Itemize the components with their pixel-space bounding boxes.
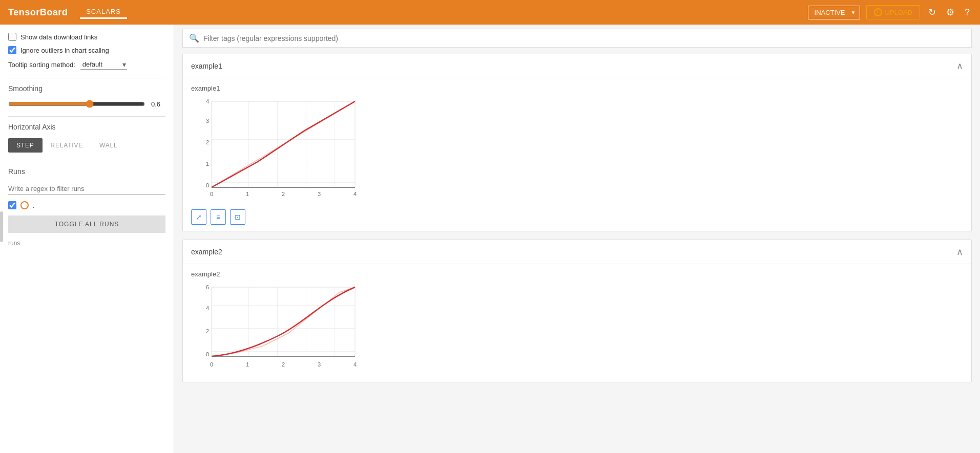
svg-text:1: 1 xyxy=(246,361,249,368)
chart2-svg-container: 0 2 4 6 0 1 2 3 4 xyxy=(191,282,365,376)
run-dot-icon xyxy=(20,201,29,209)
svg-text:2: 2 xyxy=(282,191,285,197)
panel1-header: example1 ∧ xyxy=(183,54,971,78)
sidebar: Show data download links Ignore outliers… xyxy=(0,25,174,453)
ignore-outliers-label: Ignore outliers in chart scaling xyxy=(20,47,109,54)
chart1-svg-container: 0 1 2 3 4 0 1 2 3 4 xyxy=(191,96,365,205)
header: TensorBoard SCALARS INACTIVE ! UPLOAD ↻ … xyxy=(0,0,980,25)
upload-button[interactable]: ! UPLOAD xyxy=(866,5,920,19)
ignore-outliers-checkbox[interactable] xyxy=(8,46,16,54)
data-table-icon: ≡ xyxy=(216,213,220,221)
panel-example1: example1 ∧ example1 xyxy=(182,54,972,231)
chart2-wrapper: example2 0 xyxy=(191,270,963,376)
scroll-indicator xyxy=(0,211,3,242)
content-area: 🔍 example1 ∧ example1 xyxy=(174,25,980,453)
svg-text:0: 0 xyxy=(206,351,209,357)
runs-footer-label: runs xyxy=(8,240,20,247)
logo: TensorBoard xyxy=(8,7,68,18)
status-dropdown-wrapper: INACTIVE xyxy=(808,6,860,19)
toggle-all-runs-button[interactable]: TOGGLE ALL RUNS xyxy=(8,215,165,233)
axis-buttons: STEP RELATIVE WALL xyxy=(8,138,165,153)
svg-text:3: 3 xyxy=(318,191,321,197)
runs-filter-input[interactable] xyxy=(8,183,165,195)
panel2-collapse-button[interactable]: ∧ xyxy=(956,246,963,257)
chart1-fit-button[interactable]: ⊡ xyxy=(230,209,245,225)
svg-text:3: 3 xyxy=(206,118,209,124)
search-icon: 🔍 xyxy=(189,33,199,43)
runs-title: Runs xyxy=(8,167,165,176)
run-checkbox[interactable] xyxy=(8,201,16,209)
tooltip-sorting-row: Tooltip sorting method: default ascendin… xyxy=(8,59,165,70)
smoothing-slider[interactable] xyxy=(8,100,145,108)
panel1-collapse-button[interactable]: ∧ xyxy=(956,60,963,72)
filter-input[interactable] xyxy=(203,34,965,42)
svg-text:4: 4 xyxy=(353,191,357,197)
axis-relative-button[interactable]: RELATIVE xyxy=(43,138,92,153)
show-download-checkbox-row[interactable]: Show data download links xyxy=(8,33,165,41)
upload-icon: ! xyxy=(874,8,882,16)
svg-text:2: 2 xyxy=(206,139,209,145)
settings-button[interactable]: ⚙ xyxy=(944,5,956,20)
tooltip-sorting-label: Tooltip sorting method: xyxy=(8,61,75,69)
svg-text:1: 1 xyxy=(206,161,209,167)
smoothing-title: Smoothing xyxy=(8,84,165,93)
expand-icon: ⤢ xyxy=(196,213,202,221)
svg-text:0: 0 xyxy=(210,191,213,197)
runs-section: Runs . TOGGLE ALL RUNS runs xyxy=(8,167,165,247)
chart1-svg: 0 1 2 3 4 0 1 2 3 4 xyxy=(191,96,365,204)
chart1-actions: ⤢ ≡ ⊡ xyxy=(191,209,245,225)
help-button[interactable]: ? xyxy=(963,5,972,20)
svg-text:0: 0 xyxy=(206,182,209,188)
show-download-label: Show data download links xyxy=(20,33,97,41)
svg-text:2: 2 xyxy=(282,361,285,368)
panel2-header: example2 ∧ xyxy=(183,240,971,264)
smoothing-value: 0.6 xyxy=(151,100,165,108)
ignore-outliers-checkbox-row[interactable]: Ignore outliers in chart scaling xyxy=(8,46,165,54)
svg-text:0: 0 xyxy=(210,361,213,368)
run-name: . xyxy=(33,202,35,209)
chart2-svg: 0 2 4 6 0 1 2 3 4 xyxy=(191,282,365,374)
main-layout: Show data download links Ignore outliers… xyxy=(0,25,980,453)
svg-text:4: 4 xyxy=(206,98,209,104)
refresh-button[interactable]: ↻ xyxy=(926,5,938,20)
smoothing-section: Smoothing 0.6 xyxy=(8,84,165,117)
show-download-checkbox[interactable] xyxy=(8,33,16,41)
tooltip-select-wrapper: default ascending descending nearest xyxy=(80,59,127,70)
header-controls: INACTIVE ! UPLOAD ↻ ⚙ ? xyxy=(808,5,972,20)
svg-text:2: 2 xyxy=(206,328,209,334)
panel1-body: example1 xyxy=(183,78,971,231)
chart1-title: example1 xyxy=(191,84,220,92)
chart1-data-button[interactable]: ≡ xyxy=(211,209,226,225)
svg-text:6: 6 xyxy=(206,284,209,290)
status-dropdown[interactable]: INACTIVE xyxy=(808,6,860,19)
chart2-title: example2 xyxy=(191,270,220,278)
svg-text:1: 1 xyxy=(246,191,249,197)
axis-wall-button[interactable]: WALL xyxy=(91,138,126,153)
nav-item-scalars[interactable]: SCALARS xyxy=(80,6,127,19)
tooltip-select[interactable]: default ascending descending nearest xyxy=(80,59,127,70)
panel-example2: example2 ∧ example2 xyxy=(182,240,972,382)
svg-text:4: 4 xyxy=(206,305,209,311)
chart1-wrapper: example1 xyxy=(191,84,963,225)
filter-bar: 🔍 xyxy=(182,29,972,48)
panel1-title: example1 xyxy=(191,62,222,70)
svg-text:3: 3 xyxy=(318,361,321,368)
run-item: . xyxy=(8,201,165,209)
axis-step-button[interactable]: STEP xyxy=(8,138,43,153)
smoothing-row: 0.6 xyxy=(8,100,165,108)
display-options-section: Show data download links Ignore outliers… xyxy=(8,33,165,78)
svg-text:4: 4 xyxy=(353,361,357,368)
chart1-expand-button[interactable]: ⤢ xyxy=(191,209,206,225)
horizontal-axis-title: Horizontal Axis xyxy=(8,123,165,131)
panel2-body: example2 0 xyxy=(183,264,971,382)
horizontal-axis-section: Horizontal Axis STEP RELATIVE WALL xyxy=(8,123,165,161)
fit-domain-icon: ⊡ xyxy=(235,213,241,221)
panel2-title: example2 xyxy=(191,248,222,256)
